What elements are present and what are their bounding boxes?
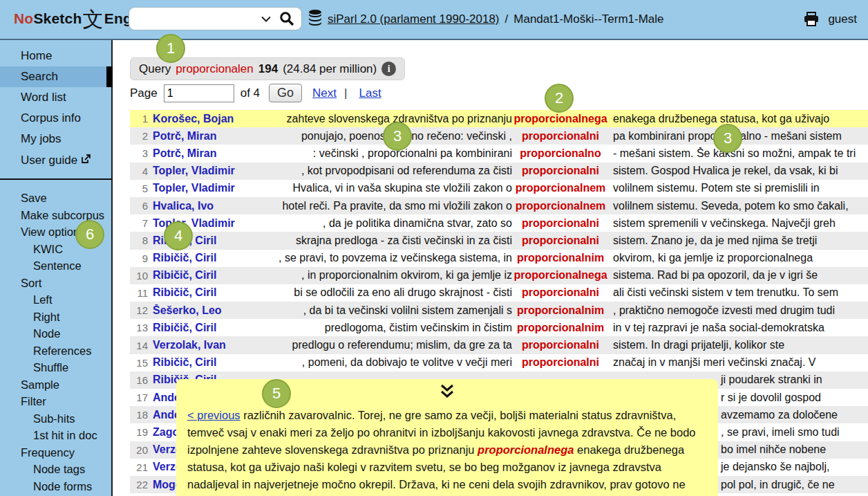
kwic-link[interactable]: proporcionalnem: [512, 200, 609, 212]
kwic-link[interactable]: proporcionalnim: [512, 322, 609, 334]
concordance-row: 2Potrč, Miranponujajo, poenostavljeno re…: [130, 127, 868, 145]
speaker-link[interactable]: Potrč, Miran: [149, 130, 262, 143]
row-number: 11: [130, 287, 149, 299]
print-icon[interactable]: [803, 12, 820, 27]
kwic-link[interactable]: proporcionalni: [512, 235, 609, 247]
pagination-separator: |: [344, 86, 347, 100]
sidebar-divider: [0, 178, 111, 180]
kwic-link[interactable]: proporcionalni: [512, 130, 609, 143]
left-context: , pomeni, da dobivajo te volitve v večji…: [262, 356, 512, 369]
next-page-link[interactable]: Next: [312, 86, 337, 100]
row-number: 19: [130, 426, 149, 438]
kwic-link[interactable]: proporcionalnem: [512, 182, 609, 194]
kwic-link[interactable]: proporcionalni: [512, 217, 609, 230]
row-number: 12: [130, 304, 149, 316]
speaker-link[interactable]: Hvalica, Ivo: [149, 200, 262, 212]
sidebar-item-sort[interactable]: Sort: [0, 275, 111, 292]
sidebar-item-sample[interactable]: Sample: [0, 376, 111, 394]
right-context: ali čisti večinski sistem v tem trenutku…: [609, 286, 868, 299]
sidebar-item-node[interactable]: Node: [0, 325, 111, 342]
page-input[interactable]: [164, 84, 234, 102]
concordance-row: 11Ribičič, Cirilbi se odločili za eno al…: [130, 284, 868, 302]
kwic-link[interactable]: proporcionalno: [512, 147, 609, 160]
row-number: 10: [130, 270, 149, 282]
annotation-badge: 5: [262, 379, 291, 408]
previous-context-link[interactable]: < previous: [187, 409, 240, 421]
kwic-link[interactable]: proporcionalni: [512, 286, 609, 299]
kwic-link[interactable]: proporcionalni: [512, 165, 609, 177]
double-chevron-down-icon[interactable]: [438, 384, 456, 404]
sidebar: HomeSearchWord listCorpus infoMy jobsUse…: [0, 40, 113, 496]
last-page-link[interactable]: Last: [359, 86, 381, 100]
search-icon[interactable]: [279, 11, 294, 26]
context-tooltip: < previous različnih zavarovalnic. Torej…: [176, 379, 718, 496]
kwic-link[interactable]: proporcionalnim: [512, 304, 609, 317]
kwic-link[interactable]: proporcionalni: [512, 339, 609, 351]
sidebar-item-references[interactable]: References: [0, 342, 111, 360]
query-term: proporcionalen: [176, 62, 253, 76]
speaker-link[interactable]: Korošec, Bojan: [149, 113, 262, 125]
sidebar-item-left[interactable]: Left: [0, 291, 111, 309]
left-context: predlogoma, čistim večinskim in čistim: [262, 322, 512, 334]
sidebar-item-shuffle[interactable]: Shuffle: [0, 359, 111, 376]
sidebar-item-1st-hit-in-doc[interactable]: 1st hit in doc: [0, 427, 111, 444]
query-hit-count: 194: [258, 62, 278, 76]
external-link-icon: [82, 153, 91, 166]
sidebar-item-label: Node: [33, 327, 60, 340]
row-number: 22: [130, 479, 149, 490]
row-number: 7: [130, 217, 149, 229]
go-button[interactable]: Go: [269, 84, 302, 102]
speaker-link[interactable]: Ribičič, Ciril: [149, 252, 262, 264]
kwic-link[interactable]: proporcionalnega: [512, 113, 609, 125]
speaker-link[interactable]: Topler, Vladimir: [149, 165, 262, 177]
logo-no: No: [14, 10, 33, 26]
kwic-link[interactable]: proporcionalni: [512, 356, 609, 369]
sidebar-item-search[interactable]: Search: [0, 66, 111, 87]
sidebar-item-user-guide[interactable]: User guide: [0, 149, 111, 170]
speaker-link[interactable]: Ribičič, Ciril: [149, 269, 262, 282]
sidebar-item-label: Word list: [21, 91, 66, 104]
sidebar-item-sentence[interactable]: Sentence: [0, 257, 111, 275]
speaker-link[interactable]: Šešerko, Leo: [149, 304, 262, 317]
sidebar-item-corpus-info[interactable]: Corpus info: [0, 108, 111, 129]
row-number: 17: [130, 392, 149, 403]
concordance-row: 1Korošec, Bojanzahteve slovenskega zdrav…: [130, 110, 868, 127]
sidebar-item-label: Search: [21, 70, 58, 83]
speaker-link[interactable]: Topler, Vladimir: [149, 182, 262, 194]
speaker-link[interactable]: Potrč, Miran: [149, 147, 262, 160]
sidebar-item-node-tags[interactable]: Node tags: [0, 461, 111, 478]
sidebar-item-sub-hits[interactable]: Sub-hits: [0, 410, 111, 428]
speaker-link[interactable]: Ribičič, Ciril: [149, 286, 262, 299]
concordance-row: 13Ribičič, Cirilpredlogoma, čistim večin…: [130, 319, 868, 336]
logo-sketch: Sketch: [33, 10, 82, 26]
corpus-link[interactable]: siParl 2.0 (parlament 1990-2018): [328, 12, 500, 26]
annotation-badge: 6: [75, 220, 104, 249]
sidebar-item-word-list[interactable]: Word list: [0, 87, 111, 108]
sidebar-item-my-jobs[interactable]: My jobs: [0, 129, 111, 149]
sidebar-item-label: Sample: [21, 378, 59, 391]
row-number: 3: [130, 147, 149, 159]
speaker-link[interactable]: Ribičič, Ciril: [149, 356, 262, 369]
speaker-link[interactable]: Verzolak, Ivan: [149, 339, 262, 351]
row-number: 2: [130, 130, 149, 142]
sidebar-item-node-forms[interactable]: Node forms: [0, 478, 111, 495]
sidebar-item-right[interactable]: Right: [0, 309, 111, 326]
dropdown-chevron-icon[interactable]: [261, 16, 271, 22]
sidebar-item-save[interactable]: Save: [0, 190, 111, 207]
search-input[interactable]: [102, 8, 253, 29]
concordance-row: 10Ribičič, Ciril, in proporcionalnim okv…: [130, 267, 868, 284]
row-number: 16: [130, 374, 149, 386]
speaker-link[interactable]: Ribičič, Ciril: [149, 322, 262, 334]
kwic-link[interactable]: proporcionalnim: [512, 252, 609, 264]
info-icon[interactable]: i: [381, 62, 396, 76]
right-context: sistem. In dragi prijatelji, kolikor ste: [609, 339, 868, 351]
kwic-link[interactable]: proporcionalnega: [512, 269, 609, 282]
left-context: zahteve slovenskega zdravništva po prizn…: [262, 113, 512, 125]
corpus-breadcrumb: siParl 2.0 (parlament 1990-2018) / Manda…: [308, 0, 664, 39]
right-context: sistema. Rad bi pa opozoril, da je v igr…: [609, 269, 868, 282]
query-per-million: (24.84 per million): [283, 62, 377, 76]
sidebar-item-frequency[interactable]: Frequency: [0, 444, 111, 461]
query-label: Query: [139, 62, 171, 76]
sidebar-item-home[interactable]: Home: [0, 46, 111, 66]
sidebar-item-filter[interactable]: Filter: [0, 393, 111, 410]
